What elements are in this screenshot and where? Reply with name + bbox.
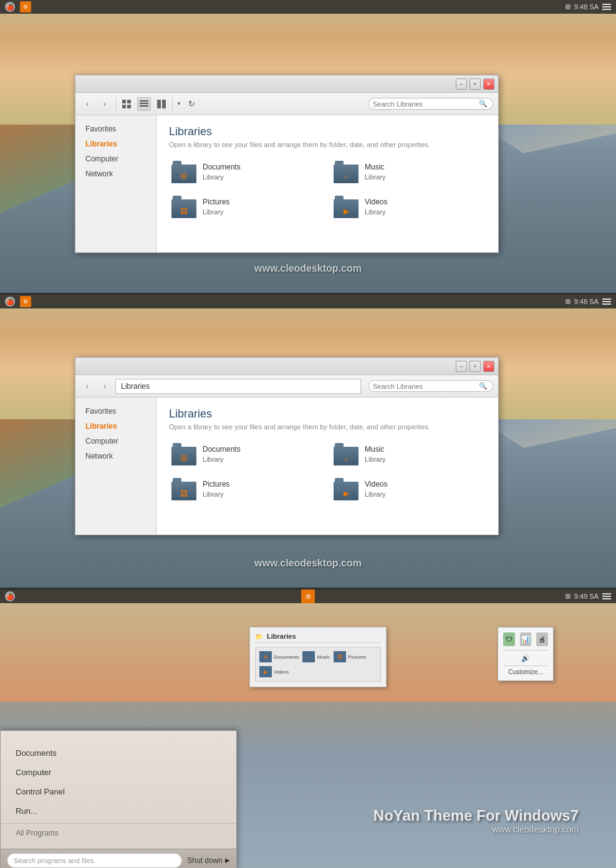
sidebar2-item-computer[interactable]: Computer [75, 434, 156, 449]
tray-volume-row: 🔊 [503, 653, 548, 663]
orange-app-icon[interactable]: ⚙ [20, 1, 31, 12]
titlebar1: – + ✕ [75, 75, 498, 93]
svg-rect-0 [122, 100, 126, 103]
pictures-icon2: 🖼 [171, 478, 196, 500]
svg-rect-7 [157, 100, 161, 108]
search-programs-input[interactable]: Search programs and files [7, 853, 182, 868]
sidebar2-item-favorites[interactable]: Favorites [75, 404, 156, 419]
close-button2[interactable]: ✕ [483, 361, 494, 372]
brand-url: www.cleodesktop.com [373, 824, 579, 834]
sidebar2-item-libraries[interactable]: Libraries [75, 419, 156, 434]
taskbar2: 🍎 ⚙ 9:48 SA [0, 295, 616, 308]
documents-icon: ⊞ [171, 161, 196, 183]
minimize-button[interactable]: – [456, 79, 467, 90]
svg-rect-2 [122, 105, 126, 108]
search-input1[interactable] [373, 100, 479, 108]
shutdown-label: Shut down [187, 856, 223, 865]
shutdown-button[interactable]: Shut down ▶ [187, 856, 230, 865]
panel-view-button[interactable] [155, 97, 168, 111]
thumb-music-icon: ♪ [302, 651, 315, 662]
start-menu-body: Documents Computer Control Panel Run... … [1, 731, 236, 849]
start-menu-item-run[interactable]: Run... [1, 801, 236, 821]
start-menu-item-computer[interactable]: Computer [1, 763, 236, 782]
sidebar-item-network[interactable]: Network [75, 166, 156, 181]
search-box1[interactable]: 🔍 [368, 98, 493, 110]
menu-icon2[interactable] [602, 298, 611, 305]
minimize-button2[interactable]: – [456, 361, 467, 372]
apple-icon3[interactable]: 🍎 [5, 591, 15, 601]
start-menu-item-controlpanel[interactable]: Control Panel [1, 782, 236, 801]
library-item-documents[interactable]: ⊞ DocumentsLibrary [169, 158, 324, 186]
content-area2: Libraries Open a library to see your fil… [156, 398, 498, 535]
address-text2: Libraries [121, 382, 150, 391]
sidebar-item-libraries[interactable]: Libraries [75, 136, 156, 151]
menu-icon3[interactable] [602, 593, 611, 599]
search-programs-placeholder: Search programs and files [14, 857, 94, 864]
status-dot3 [565, 594, 570, 599]
tray-icon-shield[interactable]: 🛡 [503, 632, 515, 646]
svg-rect-1 [127, 100, 131, 103]
sidebar-item-favorites[interactable]: Favorites [75, 122, 156, 136]
apple-icon[interactable]: 🍎 [5, 2, 15, 12]
forward-button[interactable]: › [98, 97, 112, 111]
search-box2[interactable]: 🔍 [368, 380, 493, 392]
all-programs-link[interactable]: All Programs [1, 826, 236, 842]
library2-item-videos[interactable]: ▶ VideosLibrary [331, 475, 486, 503]
apple-icon2[interactable]: 🍎 [5, 297, 15, 307]
videos-label: VideosLibrary [365, 197, 387, 217]
menu-icon[interactable] [602, 4, 611, 10]
library-item-videos[interactable]: ▶ VideosLibrary [331, 193, 486, 221]
svg-rect-4 [140, 100, 148, 102]
address-bar2[interactable]: Libraries [115, 379, 361, 394]
music-label2: MusicLibrary [365, 444, 386, 464]
library-item-music[interactable]: ♪ MusicLibrary [331, 158, 486, 186]
close-button[interactable]: ✕ [483, 79, 494, 90]
tray-customize-button[interactable]: Customize... [503, 669, 548, 675]
orange-app-icon2[interactable]: ⚙ [20, 296, 31, 307]
documents-label2: DocumentsLibrary [203, 444, 241, 464]
thumb-docs-icon: ⊞ [259, 651, 272, 662]
thumb-music-label: Music [317, 654, 330, 660]
brand-text: NoYan Theme For Windows7 www.cleodesktop… [373, 807, 579, 834]
library2-item-pictures[interactable]: 🖼 PicturesLibrary [169, 475, 324, 503]
back-button2[interactable]: ‹ [80, 379, 94, 393]
music-icon: ♪ [334, 161, 359, 183]
sidebar2-item-network[interactable]: Network [75, 449, 156, 464]
content-subtitle1: Open a library to see your files and arr… [169, 141, 486, 148]
maximize-button[interactable]: + [469, 79, 481, 90]
separator2 [172, 98, 173, 110]
libs-thumb-title: 📁 Libraries [255, 632, 381, 643]
status-dot2 [565, 299, 570, 304]
sidebar2: Favorites Libraries Computer Network [75, 398, 156, 535]
svg-rect-5 [140, 103, 148, 104]
videos-icon2: ▶ [334, 478, 359, 500]
forward-button2[interactable]: › [98, 379, 112, 393]
watermark1: www.cleodesktop.com [254, 263, 362, 274]
settings-taskbar-icon[interactable]: ⚙ [301, 589, 315, 603]
search-input2[interactable] [373, 383, 479, 390]
thumb-pictures: 🖼 Pictures [334, 651, 366, 662]
back-button[interactable]: ‹ [80, 97, 94, 111]
clock: 9:48 SA [574, 3, 599, 11]
sidebar-item-computer[interactable]: Computer [75, 151, 156, 166]
library2-item-music[interactable]: ♪ MusicLibrary [331, 441, 486, 468]
libraries-grid1: ⊞ DocumentsLibrary ♪ MusicLibrary [169, 158, 486, 221]
refresh-button[interactable]: ↻ [185, 97, 199, 111]
grid-view-button[interactable] [120, 97, 133, 111]
tray-icon-chart[interactable]: 📊 [520, 632, 532, 646]
sidebar1: Favorites Libraries Computer Network [75, 115, 156, 252]
explorer-window1: – + ✕ ‹ › [75, 75, 499, 253]
taskbar1: 🍎 ⚙ 9:48 SA [0, 0, 616, 14]
start-menu-item-documents[interactable]: Documents [1, 743, 236, 763]
library2-item-documents[interactable]: ⊞ DocumentsLibrary [169, 441, 324, 468]
tray-icon-printer[interactable]: 🖨 [536, 632, 548, 646]
maximize-button2[interactable]: + [469, 361, 481, 372]
list-view-button[interactable] [137, 97, 151, 111]
status-dot [565, 4, 570, 9]
content-title1: Libraries [169, 125, 486, 138]
library-item-pictures[interactable]: 🖼 PicturesLibrary [169, 193, 324, 221]
list-icon [140, 100, 148, 108]
dropdown-arrow[interactable]: ▼ [176, 101, 181, 107]
volume-icon[interactable]: 🔊 [521, 654, 530, 662]
libraries-grid2: ⊞ DocumentsLibrary ♪ MusicLibrary [169, 441, 486, 503]
